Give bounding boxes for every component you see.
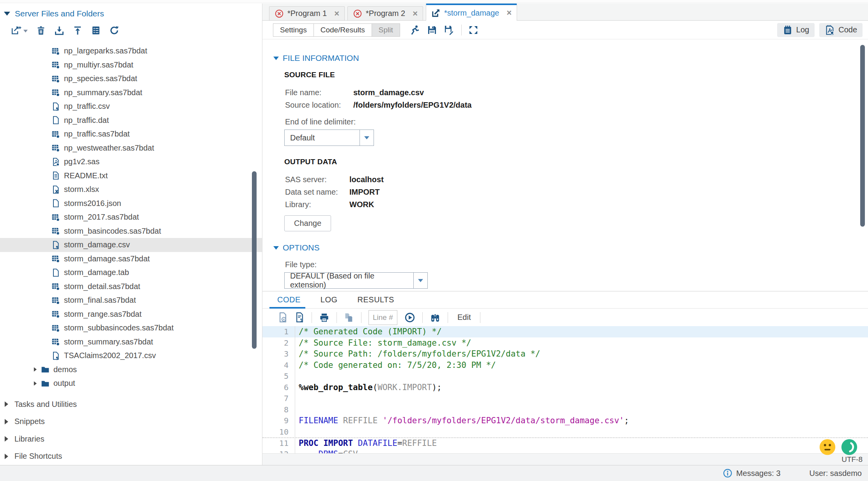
file-type-select[interactable]: DEFAULT (Based on file extension) bbox=[284, 272, 428, 289]
tab--storm-damage[interactable]: *storm_damage× bbox=[426, 4, 517, 21]
options-header[interactable]: OPTIONS bbox=[273, 243, 868, 252]
download-button[interactable] bbox=[54, 25, 64, 37]
tab-results[interactable]: RESULTS bbox=[357, 291, 395, 308]
tree-item-readme-txt[interactable]: README.txt bbox=[0, 169, 262, 183]
tree-item-np-traffic-csv[interactable]: np_traffic.csv bbox=[0, 99, 262, 114]
delete-icon bbox=[36, 25, 46, 37]
tree-item-np-traffic-sas7bdat[interactable]: np_traffic.sas7bdat bbox=[0, 127, 262, 141]
format-code-button[interactable] bbox=[295, 312, 305, 323]
view-settings-button[interactable]: Settings bbox=[273, 23, 314, 37]
tree-item-storm-damage-sas7bdat[interactable]: storm_damage.sas7bdat bbox=[0, 252, 262, 266]
tree-item-demos[interactable]: demos bbox=[0, 363, 262, 377]
tree-item-storm-2017-sas7bdat[interactable]: storm_2017.sas7bdat bbox=[0, 210, 262, 224]
tab-code[interactable]: CODE bbox=[276, 291, 301, 308]
toolbar-divider bbox=[461, 25, 462, 35]
tree-item-storms2016-json[interactable]: storms2016.json bbox=[0, 197, 262, 211]
close-icon[interactable]: × bbox=[507, 9, 512, 17]
find-button[interactable] bbox=[430, 312, 441, 323]
tree-item-label: storm_final.sas7bdat bbox=[64, 296, 136, 305]
tree-item-storm-damage-csv[interactable]: storm_damage.csv bbox=[0, 238, 262, 252]
print-button[interactable] bbox=[319, 312, 329, 323]
tree-item-storm-damage-tab[interactable]: storm_damage.tab bbox=[0, 266, 262, 280]
edit-button[interactable]: Edit bbox=[455, 313, 473, 322]
dataset-row: Data set name: IMPORT bbox=[285, 188, 868, 197]
code-line: 5 bbox=[262, 371, 868, 382]
tree-item-storm-final-sas7bdat[interactable]: storm_final.sas7bdat bbox=[0, 293, 262, 307]
tree-item-storm-range-sas7bdat[interactable]: storm_range.sas7bdat bbox=[0, 307, 262, 321]
assistant-spinner-button[interactable] bbox=[841, 438, 858, 456]
info-icon bbox=[723, 469, 732, 478]
delimiter-select[interactable]: Default bbox=[284, 130, 374, 146]
code-line: 10 bbox=[262, 426, 868, 438]
messages-indicator[interactable]: Messages: 3 bbox=[723, 469, 780, 478]
tree-scrollbar-thumb[interactable] bbox=[252, 171, 257, 349]
section-snippets[interactable]: Snippets bbox=[0, 413, 262, 431]
tree-item-storm-summary-sas7bdat[interactable]: storm_summary.sas7bdat bbox=[0, 335, 262, 349]
section-tasks-and-utilities[interactable]: Tasks and Utilities bbox=[0, 396, 262, 413]
feedback-widgets bbox=[819, 438, 858, 456]
tab--program-1[interactable]: *Program 1× bbox=[269, 6, 345, 20]
log-button[interactable]: Log bbox=[777, 23, 815, 37]
file-name-label: File name: bbox=[285, 88, 353, 97]
new-button[interactable] bbox=[11, 25, 28, 37]
table-icon bbox=[51, 130, 60, 138]
tree-item-np-multiyr-sas7bdat[interactable]: np_multiyr.sas7bdat bbox=[0, 58, 262, 72]
tree-item-storm-basincodes-sas7bdat[interactable]: storm_basincodes.sas7bdat bbox=[0, 224, 262, 238]
work-area: *Program 1×*Program 2×*storm_damage× Set… bbox=[262, 4, 868, 465]
table-icon bbox=[51, 47, 60, 55]
tree-item-tsaclaims2002-2017-csv[interactable]: TSAClaims2002_2017.csv bbox=[0, 349, 262, 363]
file-information-title: FILE INFORMATION bbox=[283, 53, 359, 63]
view-split-button[interactable]: Split bbox=[372, 23, 400, 37]
upload-button[interactable] bbox=[73, 25, 83, 37]
line-number: 1 bbox=[262, 327, 295, 336]
section-file-shortcuts[interactable]: File Shortcuts bbox=[0, 448, 262, 465]
tree-item-np-largeparks-sas7bdat[interactable]: np_largeparks.sas7bdat bbox=[0, 44, 262, 58]
tab-label: *storm_damage bbox=[444, 9, 499, 18]
tree-item-output[interactable]: output bbox=[0, 376, 262, 390]
run-button[interactable] bbox=[409, 25, 420, 35]
tree-item-pg1v2-sas[interactable]: pg1v2.sas bbox=[0, 155, 262, 169]
close-icon[interactable]: × bbox=[334, 9, 339, 18]
tree-item-storm-subbasincodes-sas7bdat[interactable]: storm_subbasincodes.sas7bdat bbox=[0, 321, 262, 335]
tree-item-label: storm_2017.sas7bdat bbox=[64, 213, 139, 222]
close-icon[interactable]: × bbox=[413, 9, 418, 18]
copy-button[interactable] bbox=[344, 312, 354, 323]
tree-item-np-traffic-dat[interactable]: np_traffic.dat bbox=[0, 114, 262, 128]
feedback-emoji-button[interactable] bbox=[819, 438, 836, 456]
saveedit-icon bbox=[444, 25, 455, 35]
line-number-input[interactable] bbox=[368, 310, 397, 325]
settings-scrollbar-thumb[interactable] bbox=[860, 45, 865, 227]
gutter-divider bbox=[295, 326, 295, 454]
corner-button-label: Log bbox=[796, 25, 809, 34]
tree-item-storm-detail-sas7bdat[interactable]: storm_detail.sas7bdat bbox=[0, 280, 262, 294]
saveedit-button[interactable] bbox=[444, 25, 455, 35]
code-editor[interactable]: 1/* Generated Code (IMPORT) */2/* Source… bbox=[262, 326, 868, 454]
tree-item-storm-xlsx[interactable]: storm.xlsx bbox=[0, 183, 262, 197]
code-settings-button[interactable] bbox=[278, 312, 288, 323]
maximize-button[interactable] bbox=[468, 25, 478, 35]
tab--program-2[interactable]: *Program 2× bbox=[347, 6, 423, 20]
section-libraries[interactable]: Libraries bbox=[0, 430, 262, 448]
table-icon bbox=[51, 60, 60, 69]
view-code-results-button[interactable]: Code/Results bbox=[314, 23, 372, 37]
file-type-value: DEFAULT (Based on file extension) bbox=[285, 273, 413, 288]
tab-log[interactable]: LOG bbox=[320, 291, 338, 308]
delete-button[interactable] bbox=[36, 25, 46, 37]
tree-item-label: storm_range.sas7bdat bbox=[64, 310, 142, 319]
save-button[interactable] bbox=[427, 25, 437, 35]
table-icon bbox=[51, 254, 60, 263]
section-label: Libraries bbox=[14, 435, 44, 444]
code-text: /* Code generated on: 7/5/20, 2:30 PM */ bbox=[295, 360, 496, 370]
code-button[interactable]: Code bbox=[819, 23, 863, 37]
properties-button[interactable] bbox=[91, 25, 101, 37]
tree-item-np-summary-sas7bdat[interactable]: np_summary.sas7bdat bbox=[0, 86, 262, 100]
refresh-button[interactable] bbox=[109, 25, 119, 37]
section-server-files[interactable]: Server Files and Folders bbox=[0, 4, 262, 18]
tree-item-np-westweather-sas7bdat[interactable]: np_westweather.sas7bdat bbox=[0, 141, 262, 155]
tree-item-np-species-sas7bdat[interactable]: np_species.sas7bdat bbox=[0, 72, 262, 86]
go-to-line-button[interactable] bbox=[404, 312, 415, 323]
change-button[interactable]: Change bbox=[284, 215, 331, 231]
file-information-header[interactable]: FILE INFORMATION bbox=[273, 53, 868, 63]
table-icon bbox=[51, 282, 60, 291]
pane-title: Server Files and Folders bbox=[15, 9, 104, 18]
